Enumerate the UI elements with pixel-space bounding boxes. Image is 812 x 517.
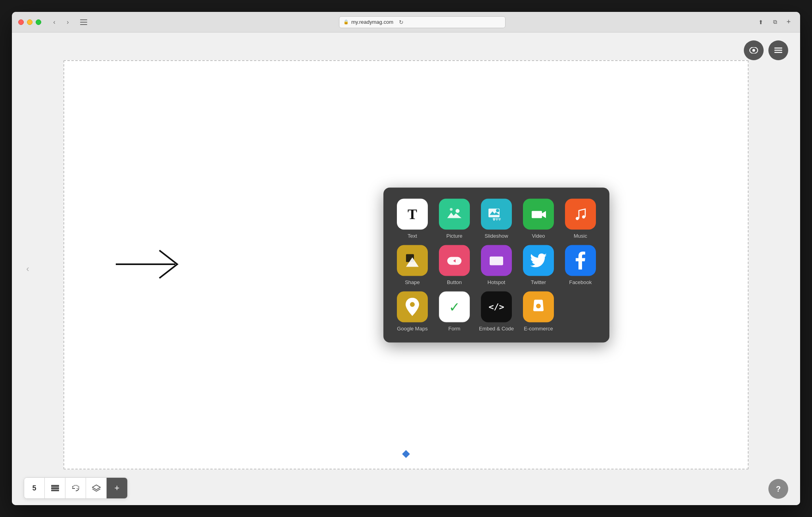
svg-rect-25 (51, 490, 59, 491)
widget-item-button[interactable]: Button (437, 245, 472, 285)
nav-buttons: ‹ › (48, 16, 74, 28)
googlemaps-icon (397, 291, 428, 322)
embed-icon: </> (481, 291, 512, 322)
duplicate-tab-button[interactable]: ⧉ (769, 16, 781, 28)
back-button[interactable]: ‹ (48, 16, 60, 28)
browser-window: ‹ › 🔒 my.readymag.com ↻ ⬆ ⧉ + (12, 12, 800, 505)
svg-point-10 (450, 208, 453, 211)
svg-rect-2 (80, 24, 87, 25)
widget-item-picture[interactable]: Picture (437, 198, 472, 238)
ecommerce-icon (523, 291, 554, 322)
svg-point-17 (496, 219, 498, 221)
svg-rect-5 (774, 48, 782, 49)
svg-rect-22 (490, 256, 503, 265)
widget-popup: T Text Picture (383, 187, 609, 342)
video-label: Video (532, 233, 545, 238)
hotspot-label: Hotspot (488, 279, 506, 285)
widget-item-twitter[interactable]: Twitter (521, 245, 556, 285)
browser-content: ‹ T Text (12, 32, 800, 505)
ecommerce-label: E-commerce (524, 325, 553, 331)
svg-rect-15 (498, 218, 501, 219)
sidebar-toggle-button[interactable] (78, 16, 90, 28)
widget-item-embed[interactable]: </> Embed & Code (479, 291, 514, 331)
music-label: Music (574, 233, 587, 238)
twitter-label: Twitter (531, 279, 546, 285)
form-label: Form (448, 325, 460, 331)
new-tab-button[interactable]: + (783, 17, 794, 27)
address-bar[interactable]: 🔒 my.readymag.com ↻ (339, 16, 506, 28)
preview-button[interactable] (744, 40, 764, 60)
text-label: Text (408, 233, 417, 238)
nav-left-arrow[interactable]: ‹ (20, 261, 36, 277)
googlemaps-label: Google Maps (397, 325, 427, 331)
layers-button[interactable] (45, 478, 65, 498)
browser-titlebar: ‹ › 🔒 my.readymag.com ↻ ⬆ ⧉ + (12, 12, 800, 32)
refresh-button[interactable]: ↻ (399, 19, 404, 25)
widget-item-music[interactable]: Music (563, 198, 598, 238)
svg-rect-7 (774, 52, 782, 53)
widget-item-text[interactable]: T Text (395, 198, 430, 238)
toolbar-right: ⬆ ⧉ + (755, 16, 794, 28)
svg-point-12 (496, 209, 499, 212)
top-right-buttons (744, 40, 788, 60)
text-icon: T (397, 198, 428, 229)
widget-item-slideshow[interactable]: Slideshow (479, 198, 514, 238)
facebook-label: Facebook (569, 279, 592, 285)
widget-item-video[interactable]: Video (521, 198, 556, 238)
button-icon (439, 245, 470, 276)
widget-item-shape[interactable]: Shape (395, 245, 430, 285)
slideshow-label: Slideshow (485, 233, 508, 238)
widget-item-ecommerce[interactable]: E-commerce (521, 291, 556, 331)
svg-rect-0 (80, 19, 87, 20)
widget-item-googlemaps[interactable]: Google Maps (395, 291, 430, 331)
svg-rect-14 (496, 218, 498, 219)
picture-icon (439, 198, 470, 229)
svg-point-16 (494, 219, 495, 221)
svg-rect-6 (774, 50, 782, 51)
widget-item-facebook[interactable]: Facebook (563, 245, 598, 285)
help-button[interactable]: ? (768, 479, 788, 499)
page-number: 5 (24, 478, 45, 498)
forward-button[interactable]: › (62, 16, 74, 28)
svg-rect-24 (51, 487, 59, 489)
hotspot-icon (481, 245, 512, 276)
bottom-toolbar: 5 (24, 477, 128, 499)
svg-rect-1 (80, 22, 87, 23)
share-button[interactable]: ⬆ (755, 16, 767, 28)
url-text: my.readymag.com (351, 19, 393, 25)
svg-marker-26 (92, 485, 100, 490)
address-bar-container: 🔒 my.readymag.com ↻ (94, 16, 751, 28)
add-element-button[interactable]: + (107, 478, 127, 498)
traffic-lights (18, 19, 41, 25)
shape-label: Shape (405, 279, 420, 285)
picture-label: Picture (446, 233, 462, 238)
arrow-graphic (112, 242, 191, 288)
close-button[interactable] (18, 19, 24, 25)
music-icon (565, 198, 596, 229)
svg-point-4 (753, 49, 755, 52)
button-label: Button (447, 279, 462, 285)
page-indicator-diamond (402, 450, 410, 458)
svg-point-18 (499, 219, 500, 221)
slideshow-icon (481, 198, 512, 229)
shape-icon (397, 245, 428, 276)
embed-label: Embed & Code (479, 325, 514, 331)
lock-icon: 🔒 (343, 19, 349, 25)
svg-rect-13 (493, 218, 495, 219)
widget-item-hotspot[interactable]: Hotspot (479, 245, 514, 285)
svg-point-9 (456, 209, 460, 213)
facebook-icon (565, 245, 596, 276)
widget-item-form[interactable]: ✓ Form (437, 291, 472, 331)
layers-panel-button[interactable] (86, 478, 107, 498)
video-icon (523, 198, 554, 229)
menu-button[interactable] (768, 40, 788, 60)
form-icon: ✓ (439, 291, 470, 322)
canvas-area: T Text Picture (63, 60, 749, 469)
minimize-button[interactable] (27, 19, 33, 25)
svg-rect-23 (51, 485, 59, 487)
undo-button[interactable] (65, 478, 86, 498)
twitter-icon (523, 245, 554, 276)
maximize-button[interactable] (36, 19, 41, 25)
